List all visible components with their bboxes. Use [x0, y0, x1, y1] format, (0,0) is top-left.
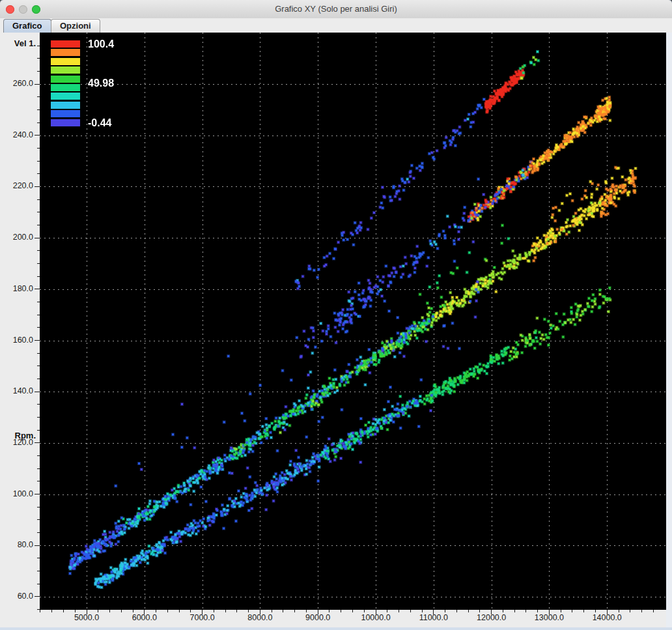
legend-swatch [51, 49, 80, 56]
x-tick-label: 10000.0 [355, 613, 397, 622]
y-minor-tick [37, 161, 40, 162]
x-tick-label: 14000.0 [586, 613, 628, 622]
x-minor-tick [503, 610, 503, 612]
y-minor-tick [37, 96, 40, 97]
y-minor-tick [37, 199, 40, 200]
y-tick-label: 240.0 [2, 130, 33, 139]
y-minor-tick [37, 417, 40, 418]
x-minor-tick [387, 610, 387, 612]
x-minor-tick [422, 610, 423, 612]
y-minor-tick [37, 109, 40, 110]
legend-label-max: 100.4 [88, 38, 114, 50]
y-minor-tick [37, 302, 40, 302]
y-minor-tick [37, 263, 40, 264]
tab-opzioni[interactable]: Opzioni [51, 19, 100, 33]
y-tick-label: 60.0 [2, 592, 33, 601]
x-minor-tick [456, 610, 457, 612]
legend-label-min: -0.44 [88, 117, 111, 129]
y-minor-tick [37, 276, 40, 277]
y-minor-tick [37, 122, 40, 123]
y-minor-tick [37, 404, 40, 405]
x-minor-tick [283, 610, 283, 612]
x-tick-label: 9000.0 [297, 613, 339, 622]
y-minor-tick [37, 315, 40, 315]
window-title: Grafico XY (Solo per analisi Giri) [0, 0, 672, 18]
legend-swatch [51, 76, 80, 83]
x-minor-tick [630, 610, 630, 612]
x-tick-label: 5000.0 [66, 613, 107, 622]
x-minor-tick [225, 610, 226, 612]
y-minor-tick [37, 71, 40, 72]
x-minor-tick [479, 610, 480, 612]
y-major-tick [35, 289, 40, 289]
x-minor-tick [133, 610, 133, 612]
tab-grafico[interactable]: Grafico [3, 19, 51, 33]
title-bar: Grafico XY (Solo per analisi Giri) [0, 0, 672, 19]
legend-swatch [51, 66, 80, 74]
x-minor-tick [561, 610, 561, 612]
x-minor-tick [248, 610, 249, 612]
y-minor-tick [37, 365, 40, 366]
scatter-plot-canvas[interactable] [40, 33, 666, 610]
x-minor-tick [619, 610, 619, 612]
y-minor-tick [37, 250, 40, 251]
right-border-strip [666, 33, 672, 630]
x-tick-label: 6000.0 [124, 613, 165, 622]
y-minor-tick [37, 455, 40, 456]
x-minor-tick [641, 610, 642, 612]
x-minor-tick [236, 610, 237, 612]
y-tick-label: 140.0 [2, 386, 33, 395]
y-major-tick [35, 238, 40, 238]
y-tick-label: 160.0 [2, 336, 33, 345]
y-minor-tick [37, 173, 40, 174]
y-axis-name: Vel 1. [0, 38, 36, 48]
y-major-tick [35, 392, 40, 392]
x-tick-label: 13000.0 [528, 613, 570, 622]
x-tick-label: 11000.0 [413, 613, 455, 622]
chart-panel: Vel 1. Rpm. 5000.06000.07000.08000.09000… [0, 33, 672, 630]
y-major-tick [35, 84, 40, 85]
x-minor-tick [352, 610, 353, 612]
legend-swatch [51, 40, 80, 48]
app-window: Grafico XY (Solo per analisi Giri) Grafi… [0, 0, 672, 630]
y-minor-tick [37, 558, 40, 558]
x-tick-label: 12000.0 [471, 613, 512, 622]
x-minor-tick [121, 610, 122, 612]
y-minor-tick [37, 609, 40, 610]
x-minor-tick [294, 610, 295, 612]
x-minor-tick [572, 610, 572, 612]
y-tick-label: 200.0 [2, 233, 33, 242]
x-minor-tick [75, 610, 76, 612]
y-tick-label: 180.0 [2, 284, 33, 293]
x-minor-tick [98, 610, 98, 612]
x-minor-tick [214, 610, 214, 612]
y-tick-label: 220.0 [2, 181, 33, 190]
y-major-tick [35, 340, 40, 341]
y-minor-tick [37, 481, 40, 481]
y-major-tick [35, 186, 40, 187]
legend-swatch [51, 110, 80, 117]
x-minor-tick [364, 610, 365, 612]
legend-swatch [51, 84, 80, 91]
x-minor-tick [167, 610, 168, 612]
x-minor-tick [514, 610, 515, 612]
y-major-tick [35, 135, 40, 136]
y-minor-tick [37, 225, 40, 225]
y-minor-tick [37, 58, 40, 59]
y-minor-tick [37, 584, 40, 584]
y-tick-label: 260.0 [2, 79, 33, 88]
x-minor-tick [583, 610, 584, 612]
x-tick-label: 8000.0 [239, 613, 281, 622]
x-minor-tick [51, 610, 52, 612]
legend-swatch [51, 58, 80, 65]
y-minor-tick [37, 379, 40, 379]
legend-swatch [51, 119, 80, 126]
y-minor-tick [37, 148, 40, 149]
x-minor-tick [40, 610, 40, 612]
y-tick-label: 100.0 [2, 489, 33, 498]
y-minor-tick [37, 507, 40, 508]
x-minor-tick [653, 610, 654, 612]
y-minor-tick [37, 571, 40, 571]
y-minor-tick [37, 468, 40, 469]
legend-swatch [51, 102, 80, 109]
